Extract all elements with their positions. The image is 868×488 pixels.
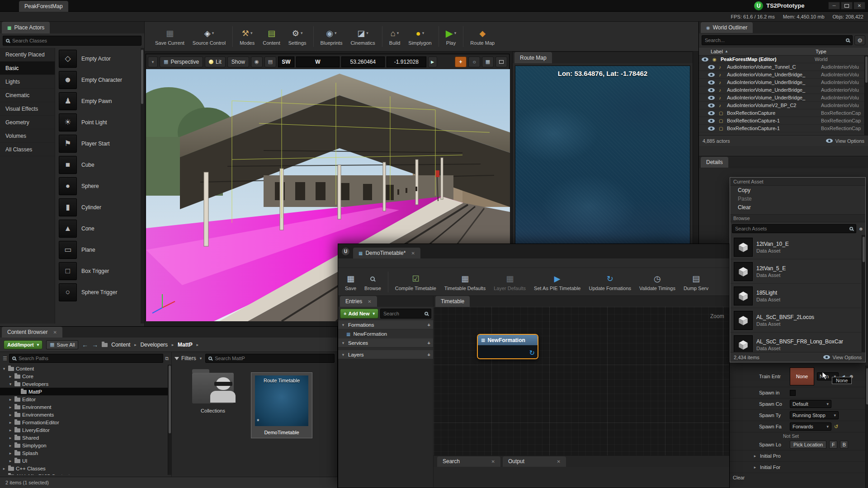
expander-icon[interactable]: ▸ — [8, 428, 13, 432]
train-entry-thumbnail[interactable]: None — [790, 367, 814, 385]
actor-thumbnail[interactable]: ■ — [59, 156, 77, 174]
asset-row[interactable]: 12tVan_10_E Data Asset — [730, 235, 865, 259]
category-item[interactable]: Recently Placed — [0, 48, 55, 61]
expander-icon[interactable]: ▾ — [2, 366, 6, 371]
search-classes-input[interactable] — [12, 38, 138, 43]
dropdown-arrow-icon[interactable]: ▾ — [366, 31, 368, 35]
tree-folder-row[interactable]: ▸ Shared — [0, 434, 171, 441]
content-button[interactable]: ▤Content — [259, 26, 284, 47]
collections-folder-tile[interactable]: Collections — [188, 373, 238, 413]
output-tab[interactable]: Output✕ — [503, 456, 566, 467]
layer-defaults-button[interactable]: ▦Layer Defaults — [490, 271, 530, 293]
expander-icon[interactable]: ▾ — [341, 323, 345, 327]
outliner-row[interactable]: ▢ BoxReflectionCapture BoxReflectionCap — [699, 109, 868, 117]
actor-thumbnail[interactable]: ♟ — [59, 92, 77, 110]
outliner-settings-button[interactable]: ⚙ — [854, 35, 865, 45]
actor-thumbnail[interactable]: ○ — [59, 283, 77, 301]
place-actor-item[interactable]: ☻ Empty Character — [55, 69, 141, 90]
visibility-eye-icon[interactable] — [708, 80, 715, 84]
set-as-pie-timetable-button[interactable]: ▶Set As PIE Timetable — [530, 271, 585, 293]
actor-thumbnail[interactable]: ● — [59, 177, 77, 195]
expander-icon[interactable]: ▸ — [8, 405, 13, 409]
scrollbar-thumb[interactable] — [141, 50, 143, 104]
expander-icon[interactable]: ▸ — [8, 420, 13, 425]
cine-preview-button[interactable]: ▤ — [264, 56, 276, 67]
details-tab[interactable]: Details — [701, 157, 728, 168]
view-options-button[interactable]: View Options — [835, 138, 864, 144]
close-icon[interactable]: ✕ — [491, 459, 495, 464]
breadcrumb-developers[interactable]: Developers — [140, 342, 168, 348]
simplygon-button[interactable]: ●▾Simplygon — [404, 26, 435, 47]
spawn-in-checkbox[interactable] — [790, 390, 796, 396]
expander-icon[interactable]: ▾ — [341, 341, 345, 345]
world-outliner-tab[interactable]: ◉World Outliner — [701, 22, 753, 33]
timetable-graph-tab[interactable]: Timetable — [435, 296, 470, 307]
place-actor-item[interactable]: ▲ Cone — [55, 218, 141, 239]
clear-button[interactable]: Clear — [733, 475, 745, 480]
close-icon[interactable]: ✕ — [53, 330, 57, 335]
actor-thumbnail[interactable]: ▲ — [59, 220, 77, 238]
visibility-eye-icon[interactable] — [708, 111, 715, 115]
add-formation-button[interactable]: + — [427, 322, 430, 328]
play-button[interactable]: ▶▾Play — [442, 26, 461, 47]
services-section[interactable]: ▾Services+ — [338, 338, 433, 347]
spawn-condition-dropdown[interactable]: Default▾ — [790, 400, 831, 408]
expander-icon[interactable]: ▾ — [8, 382, 13, 386]
outliner-row[interactable]: ♪ AudioInteriorVolume_UnderBridge_ Audio… — [699, 94, 868, 102]
expander-icon[interactable]: ▸ — [8, 413, 13, 417]
actor-thumbnail[interactable]: ▭ — [59, 241, 77, 259]
expander-icon[interactable]: ▸ — [753, 454, 757, 458]
settings-button[interactable]: ⚙▾Settings — [284, 26, 311, 47]
dropdown-arrow-icon[interactable]: ▾ — [454, 31, 457, 35]
expander-icon[interactable]: ▸ — [2, 466, 6, 471]
tree-folder-row[interactable]: ▸ Environments — [0, 411, 171, 418]
formation-item[interactable]: ▦NewFormation — [338, 329, 433, 338]
category-item[interactable]: Visual Effects — [0, 102, 55, 116]
compile-timetable-button[interactable]: ☑Compile Timetable — [391, 271, 440, 293]
visibility-eye-icon[interactable] — [708, 119, 715, 123]
layers-section[interactable]: ▾Layers+ — [338, 350, 433, 359]
pick-location-button[interactable]: Pick Location — [790, 441, 826, 449]
browse-button[interactable]: Browse — [360, 271, 385, 293]
paste-menu-item[interactable]: Paste — [730, 194, 865, 203]
route-map-tab[interactable]: Route Map — [514, 52, 552, 63]
world-space-button[interactable]: ○ — [468, 56, 480, 67]
visibility-eye-icon[interactable] — [708, 73, 715, 77]
update-formations-button[interactable]: ↻Update Formations — [585, 271, 635, 293]
tree-folder-row[interactable]: ▸ Core — [0, 372, 171, 380]
asset-search-box[interactable] — [205, 354, 335, 363]
goto-coordinate-button[interactable]: ▶ — [428, 56, 437, 67]
place-actors-tab[interactable]: ▦Place Actors — [2, 22, 50, 33]
place-actor-item[interactable]: ▭ Plane — [55, 239, 141, 260]
tree-folder-row[interactable]: ▸ C++ Classes — [0, 465, 171, 472]
visibility-eye-icon[interactable] — [708, 127, 715, 131]
dropdown-arrow-icon[interactable]: ▾ — [212, 31, 214, 35]
category-item[interactable]: Lights — [0, 75, 55, 89]
tree-folder-row[interactable]: ▸ ALV_ML_F125 Content — [0, 472, 171, 475]
copy-menu-item[interactable]: Copy — [730, 186, 865, 194]
content-browser-tab[interactable]: Content Browser✕ — [2, 327, 62, 338]
asset-row[interactable]: AL_ScC_BNSF_2Locos Data Asset — [730, 308, 865, 333]
column-label[interactable]: Label — [711, 49, 723, 54]
spawn-type-dropdown[interactable]: Running Stopp▾ — [790, 411, 839, 419]
dropdown-arrow-icon[interactable]: ▾ — [301, 31, 303, 35]
save-current-button[interactable]: ▦Save Current — [151, 26, 189, 47]
dropdown-arrow-icon[interactable]: ▾ — [250, 31, 253, 35]
tree-folder-row[interactable]: ▾ Content — [0, 365, 171, 372]
timetable-graph[interactable]: Zoom ▦ NewFormation ↻ — [434, 307, 729, 455]
outliner-row[interactable]: ◉ PeakForestMap (Editor) World — [699, 56, 868, 63]
breadcrumb-mattp[interactable]: MattP — [178, 342, 193, 348]
dropdown-arrow-icon[interactable]: ▾ — [422, 31, 425, 35]
maximize-viewport-button[interactable] — [495, 56, 507, 67]
place-actor-item[interactable]: ○ Sphere Trigger — [55, 282, 141, 303]
entries-search-box[interactable] — [380, 309, 431, 319]
actor-thumbnail[interactable]: ▮ — [59, 198, 77, 216]
validate-timings-button[interactable]: ◷Validate Timings — [635, 271, 679, 293]
save-button[interactable]: ▦Save — [341, 271, 360, 293]
expander-icon[interactable]: ▸ — [753, 465, 757, 469]
asset-row[interactable]: AL_ScC_BNSF_FR8_Long_BoxCar Data Asset — [730, 333, 865, 352]
dump-services-button[interactable]: ▤Dump Serv — [679, 271, 712, 293]
visibility-eye-icon[interactable] — [708, 103, 715, 108]
minimize-button[interactable]: ─ — [828, 2, 840, 9]
outliner-row[interactable]: ▢ BoxReflectionCapture-1 BoxReflectionCa… — [699, 125, 868, 132]
